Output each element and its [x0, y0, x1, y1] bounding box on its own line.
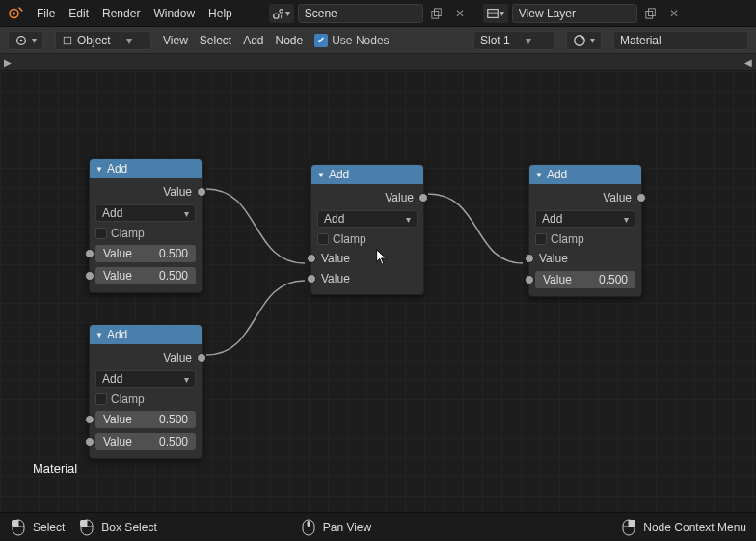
value-label: Value	[103, 247, 132, 260]
mouse-middle-icon	[300, 519, 317, 536]
header-strip: ▶ ◀	[0, 54, 756, 71]
operation-select[interactable]: Add▾	[317, 210, 418, 228]
input-socket[interactable]	[307, 274, 316, 284]
input-socket[interactable]	[85, 249, 94, 258]
output-label: Value	[163, 185, 192, 199]
value-number: 0.500	[159, 413, 188, 426]
chevron-down-icon: ▾	[126, 34, 132, 47]
clamp-label: Clamp	[111, 227, 145, 240]
operation-label: Add	[324, 212, 344, 226]
input-socket[interactable]	[85, 437, 94, 446]
viewlayer-name-input[interactable]	[512, 4, 637, 23]
menu-view[interactable]: View	[163, 34, 188, 47]
value2-slider[interactable]: Value0.500	[535, 271, 635, 288]
menu-render[interactable]: Render	[102, 7, 140, 20]
scene-browse-button[interactable]: ▾	[269, 4, 294, 23]
mouse-left-drag-icon	[78, 519, 95, 536]
value-number: 0.500	[159, 247, 188, 260]
slot-selector[interactable]: Slot 1 ▾	[473, 31, 554, 50]
menu-help[interactable]: Help	[208, 7, 232, 20]
math-node[interactable]: ▼Add Value Add▾ Clamp Value0.500 Value0.…	[89, 324, 202, 459]
editor-type-button[interactable]: ▾	[8, 31, 43, 50]
delete-viewlayer-button[interactable]: ✕	[664, 4, 684, 23]
math-node[interactable]: ▼Add Value Add▾ Clamp Value Value0.500	[528, 164, 642, 297]
node-title[interactable]: ▼Add	[90, 159, 202, 178]
output-socket[interactable]	[197, 353, 206, 363]
scene-name-input[interactable]	[298, 4, 423, 23]
input-socket[interactable]	[525, 275, 534, 284]
operation-label: Add	[102, 206, 122, 220]
output-label: Value	[163, 351, 192, 365]
node-title[interactable]: ▼Add	[311, 165, 423, 184]
mode-selector[interactable]: Object ▾	[55, 31, 151, 50]
chevron-down-icon: ▾	[624, 214, 629, 225]
output-label: Value	[603, 191, 632, 204]
chevron-left-icon[interactable]: ◀	[744, 57, 752, 68]
node-title[interactable]: ▼Add	[90, 325, 202, 344]
clamp-checkbox[interactable]	[317, 233, 329, 245]
output-socket[interactable]	[197, 187, 206, 197]
operation-select[interactable]: Add▾	[95, 204, 196, 222]
delete-scene-button[interactable]: ✕	[450, 4, 470, 23]
app-logo-icon	[8, 6, 23, 21]
chevron-down-icon: ▾	[285, 8, 290, 18]
menu-file[interactable]: File	[37, 7, 55, 20]
svg-point-1	[13, 12, 15, 14]
svg-rect-6	[488, 9, 499, 17]
menu-window[interactable]: Window	[153, 7, 195, 20]
value-label: Value	[103, 435, 132, 448]
use-nodes-toggle[interactable]: ✔ Use Nodes	[314, 34, 389, 47]
input-socket[interactable]	[525, 254, 534, 263]
menu-edit[interactable]: Edit	[68, 7, 89, 20]
value-label: Value	[543, 273, 572, 286]
viewlayer-browse-button[interactable]: ▾	[483, 4, 508, 23]
svg-rect-5	[434, 8, 441, 15]
material-name-input[interactable]	[613, 31, 748, 50]
check-icon: ✔	[314, 34, 328, 47]
value2-slider[interactable]: Value0.500	[95, 267, 196, 284]
new-scene-button[interactable]	[427, 4, 446, 23]
menu-add[interactable]: Add	[243, 34, 263, 47]
operation-select[interactable]: Add▾	[535, 210, 635, 228]
operation-label: Add	[542, 212, 562, 226]
clamp-checkbox[interactable]	[95, 393, 107, 405]
output-socket[interactable]	[636, 193, 646, 203]
menu-select[interactable]: Select	[200, 34, 231, 47]
value1-slider[interactable]: Value0.500	[95, 411, 196, 428]
hint-label: Box Select	[101, 521, 156, 534]
mouse-right-icon	[620, 519, 637, 536]
clamp-checkbox[interactable]	[95, 228, 107, 239]
math-node[interactable]: ▼Add Value Add▾ Clamp Value Value	[310, 164, 424, 295]
output-socket[interactable]	[418, 193, 428, 203]
status-bar: Select Box Select Pan View Node Context …	[0, 512, 756, 541]
input-socket[interactable]	[85, 415, 94, 424]
value-number: 0.500	[599, 273, 628, 286]
node-editor-canvas[interactable]: ▼Add Value Add▾ Clamp Value0.500 Value0.…	[0, 71, 756, 512]
clamp-label: Clamp	[551, 232, 584, 246]
hint-label: Pan View	[323, 521, 371, 534]
math-node[interactable]: ▼Add Value Add▾ Clamp Value0.500 Value0.…	[89, 158, 202, 293]
hint-pan: Pan View	[300, 519, 371, 536]
value-number: 0.500	[159, 435, 188, 448]
editor-header: ▾ Object ▾ View Select Add Node ✔ Use No…	[0, 27, 756, 54]
top-menu-bar: File Edit Render Window Help ▾ ✕ ▾ ✕	[0, 0, 756, 27]
input-socket[interactable]	[85, 271, 94, 281]
clamp-checkbox[interactable]	[535, 233, 547, 245]
menu-node[interactable]: Node	[276, 34, 304, 47]
svg-rect-9	[648, 8, 655, 15]
input-socket[interactable]	[307, 254, 316, 263]
clamp-label: Clamp	[111, 392, 145, 406]
value1-slider[interactable]: Value0.500	[95, 245, 196, 262]
collapse-icon: ▼	[95, 331, 103, 339]
material-browse-button[interactable]: ▾	[566, 31, 602, 50]
new-viewlayer-button[interactable]	[641, 4, 661, 23]
value-number: 0.500	[159, 269, 188, 283]
node-title[interactable]: ▼Add	[529, 165, 641, 184]
mode-label: Object	[77, 34, 111, 47]
operation-select[interactable]: Add▾	[95, 370, 196, 388]
svg-point-11	[20, 39, 23, 41]
output-label: Value	[385, 191, 414, 204]
value2-slider[interactable]: Value0.500	[95, 433, 196, 450]
svg-rect-8	[646, 11, 653, 18]
chevron-right-icon[interactable]: ▶	[4, 57, 12, 68]
